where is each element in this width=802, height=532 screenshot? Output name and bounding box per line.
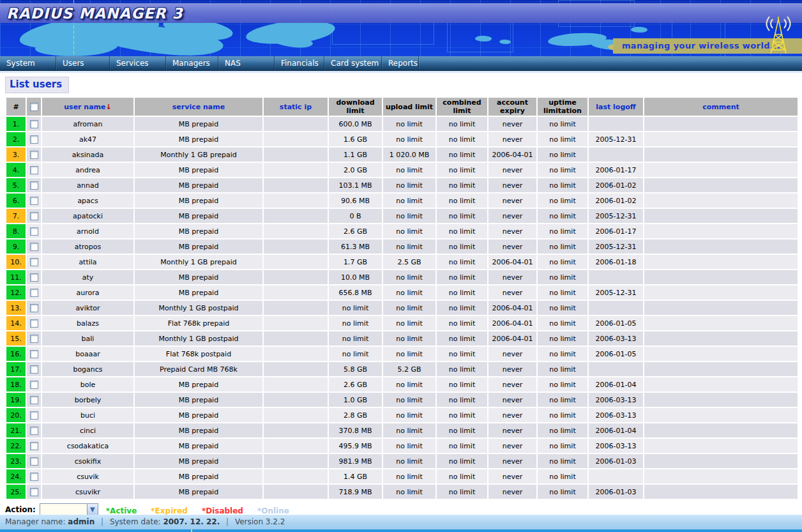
row-checkbox[interactable] xyxy=(30,181,38,190)
cell-user-name[interactable]: cinci xyxy=(42,423,133,437)
cell-user-name[interactable]: aksinada xyxy=(42,148,133,162)
column-header-comment[interactable]: comment xyxy=(644,98,798,116)
table-row: 10.attilaMonthly 1 GB prepaid1.7 GB2.5 G… xyxy=(6,255,798,269)
row-checkbox[interactable] xyxy=(30,442,38,450)
cell-user-name[interactable]: csuvik xyxy=(42,469,133,483)
cell-user-name[interactable]: aviktor xyxy=(42,301,133,315)
cell-user-name[interactable]: buci xyxy=(42,408,133,422)
column-header-last-logoff[interactable]: last logoff xyxy=(589,98,643,116)
cell-user-name[interactable]: ak47 xyxy=(42,132,133,146)
row-checkbox[interactable] xyxy=(30,473,38,481)
cell-static-ip xyxy=(264,194,328,208)
table-row: 24.csuvikMB prepaid1.4 GBno limitno limi… xyxy=(6,469,798,483)
row-checkbox[interactable] xyxy=(30,289,38,297)
cell-static-ip xyxy=(264,178,328,192)
row-checkbox[interactable] xyxy=(30,488,38,496)
row-checkbox[interactable] xyxy=(30,411,38,420)
cell-comment xyxy=(644,331,798,346)
row-checkbox[interactable] xyxy=(30,227,38,236)
cell-uptime-limitation: no limit xyxy=(538,209,587,223)
row-checkbox[interactable] xyxy=(30,335,38,343)
menu-item-reports[interactable]: Reports xyxy=(382,56,419,70)
cell-user-name[interactable]: boaaar xyxy=(42,347,133,361)
row-checkbox[interactable] xyxy=(30,151,38,159)
column-header-user-name[interactable]: user name↓ xyxy=(42,98,133,116)
cell-upload-limit: no limit xyxy=(383,270,435,284)
cell-user-name[interactable]: afroman xyxy=(42,117,133,131)
cell-user-name[interactable]: apacs xyxy=(42,194,133,208)
cell-uptime-limitation: no limit xyxy=(538,255,587,269)
menu-item-financials[interactable]: Financials xyxy=(275,56,324,70)
cell-last-logoff: 2006-01-17 xyxy=(589,224,643,238)
column-header-combined-limit[interactable]: combined limit xyxy=(437,98,487,116)
header: RADIUS MANAGER 3 managing your wireless … xyxy=(0,0,802,71)
cell-user-name[interactable]: bali xyxy=(42,331,133,346)
cell-user-name[interactable]: borbely xyxy=(42,393,133,407)
row-number: 7. xyxy=(6,209,26,223)
cell-upload-limit: no limit xyxy=(383,163,435,177)
cell-upload-limit: no limit xyxy=(383,194,435,208)
menu-item-managers[interactable]: Managers xyxy=(166,56,218,70)
cell-user-name[interactable]: atropos xyxy=(42,239,133,254)
row-checkbox[interactable] xyxy=(30,258,38,266)
cell-combined-limit: no limit xyxy=(437,454,487,468)
footer-separator: | xyxy=(101,517,103,526)
column-header-uptime-limitation[interactable]: uptime limitation xyxy=(538,98,587,116)
menu-item-nas[interactable]: NAS xyxy=(218,56,275,70)
cell-user-name[interactable]: balazs xyxy=(42,316,133,330)
cell-user-name[interactable]: annad xyxy=(42,178,133,192)
row-checkbox[interactable] xyxy=(30,120,38,128)
cell-user-name[interactable]: attila xyxy=(42,255,133,269)
row-checkbox[interactable] xyxy=(30,381,38,389)
action-select[interactable]: ▼ xyxy=(40,503,98,516)
column-header-static-ip[interactable]: static ip xyxy=(264,98,328,116)
row-checkbox[interactable] xyxy=(30,304,38,312)
column-header-service-name[interactable]: service name xyxy=(135,98,262,116)
chevron-down-icon[interactable]: ▼ xyxy=(87,504,98,515)
column-header-download-limit[interactable]: download limit xyxy=(329,98,382,116)
cell-service-name: MB prepaid xyxy=(135,132,262,146)
row-number: 25. xyxy=(6,485,26,499)
row-checkbox[interactable] xyxy=(30,457,38,466)
cell-service-name: Monthly 1 GB postpaid xyxy=(135,301,262,315)
cell-user-name[interactable]: bole xyxy=(42,377,133,391)
cell-download-limit: 2.8 GB xyxy=(329,408,382,422)
column-header-upload-limit[interactable]: upload limit xyxy=(383,98,435,116)
row-checkbox[interactable] xyxy=(30,427,38,435)
cell-user-name[interactable]: bogancs xyxy=(42,362,133,376)
cell-account-expiry: 2006-04-01 xyxy=(488,331,536,346)
menu-item-card-system[interactable]: Card system xyxy=(324,56,382,70)
row-checkbox[interactable] xyxy=(30,243,38,251)
cell-account-expiry: never xyxy=(488,454,536,468)
row-checkbox-cell xyxy=(27,423,41,437)
menu-item-services[interactable]: Services xyxy=(110,56,166,70)
column-header-num[interactable]: # xyxy=(6,98,26,116)
cell-user-name[interactable]: apatocki xyxy=(42,209,133,223)
row-checkbox[interactable] xyxy=(30,319,38,328)
row-checkbox[interactable] xyxy=(30,212,38,220)
column-header-account-expiry[interactable]: account expiry xyxy=(488,98,536,116)
cell-user-name[interactable]: andrea xyxy=(42,163,133,177)
cell-static-ip xyxy=(264,423,328,437)
row-checkbox[interactable] xyxy=(30,365,38,374)
cell-uptime-limitation: no limit xyxy=(538,239,587,254)
column-header-select-all[interactable] xyxy=(27,98,41,116)
cell-user-name[interactable]: aurora xyxy=(42,285,133,300)
cell-user-name[interactable]: csokifix xyxy=(42,454,133,468)
cell-download-limit: no limit xyxy=(329,347,382,361)
row-checkbox[interactable] xyxy=(30,197,38,205)
cell-user-name[interactable]: aty xyxy=(42,270,133,284)
row-checkbox[interactable] xyxy=(30,166,38,174)
select-all-checkbox[interactable] xyxy=(30,103,38,111)
cell-user-name[interactable]: arnold xyxy=(42,224,133,238)
cell-combined-limit: no limit xyxy=(437,285,487,300)
cell-user-name[interactable]: csuvikr xyxy=(42,485,133,499)
row-checkbox[interactable] xyxy=(30,273,38,282)
menu-item-users[interactable]: Users xyxy=(56,56,110,70)
cell-user-name[interactable]: csodakatica xyxy=(42,439,133,453)
cell-service-name: MB prepaid xyxy=(135,270,262,284)
menu-item-system[interactable]: System xyxy=(0,56,56,70)
row-checkbox[interactable] xyxy=(30,350,38,358)
row-checkbox[interactable] xyxy=(30,135,38,144)
row-checkbox[interactable] xyxy=(30,396,38,404)
